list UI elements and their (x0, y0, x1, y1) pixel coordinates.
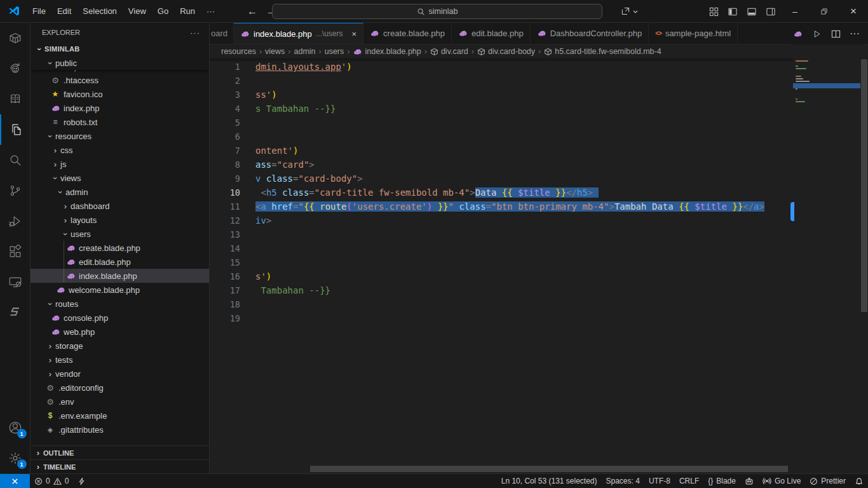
code-line-17[interactable]: 17 Tambahan --}} (210, 283, 793, 297)
tree-item-create.blade.php[interactable]: create.blade.php (31, 241, 209, 255)
code-line-14[interactable]: 14 (210, 241, 793, 255)
code-line-4[interactable]: 4s Tambahan --}} (210, 102, 793, 116)
status-indentation[interactable]: Spaces: 4 (602, 474, 644, 488)
monkey-refresh-icon[interactable] (0, 53, 31, 84)
container-icon[interactable] (0, 23, 31, 53)
code-line-5[interactable]: 5 (210, 116, 793, 130)
menu-item-file[interactable]: File (27, 4, 51, 18)
tree-item-welcome.blade.php[interactable]: welcome.blade.php (31, 283, 209, 297)
tab-sample-page.html[interactable]: <>sample-page.html (649, 23, 738, 44)
code-line-7[interactable]: 7ontent') (210, 144, 793, 158)
horizontal-scrollbar[interactable] (210, 466, 793, 472)
code-line-18[interactable]: 18 (210, 297, 793, 311)
breadcrumb-item-h5.card-title.fw-semibold.mb-4[interactable]: h5.card-title.fw-semibold.mb-4 (544, 47, 661, 56)
search-icon[interactable] (0, 145, 31, 175)
status-eol[interactable]: CRLF (675, 474, 703, 488)
tree-item-css[interactable]: ›css (31, 143, 209, 157)
run-debug-icon[interactable] (0, 206, 31, 236)
tree-item-.gitignore[interactable]: ◈.gitignore (31, 437, 209, 440)
code-line-11[interactable]: 11<a href="{{ route('users.create') }}" … (210, 200, 793, 214)
breadcrumb-item-users[interactable]: users (325, 47, 344, 56)
tree-item-js[interactable]: ›js (31, 157, 209, 171)
tree-item-.env[interactable]: ⚙.env (31, 395, 209, 409)
status-encoding[interactable]: UTF-8 (644, 474, 675, 488)
tree-item-storage[interactable]: ›storage (31, 339, 209, 353)
status-robot-extension[interactable] (740, 474, 758, 488)
remote-indicator[interactable] (0, 474, 30, 488)
menu-item-go[interactable]: Go (152, 4, 174, 18)
timeline-section[interactable]: ›TIMELINE (31, 459, 209, 473)
blade-action-icon[interactable] (790, 29, 804, 39)
menu-item-run[interactable]: Run (174, 4, 201, 18)
toggle-panel-icon[interactable] (742, 3, 761, 20)
problems-status[interactable]: 00 (30, 474, 73, 488)
tree-item-routes[interactable]: ›routes (31, 297, 209, 311)
menu-item-edit[interactable]: Edit (51, 4, 77, 18)
run-code-icon[interactable] (810, 29, 824, 39)
code-line-13[interactable]: 13 (210, 227, 793, 241)
s-logo-icon[interactable] (0, 297, 31, 328)
tree-item-console.php[interactable]: console.php (31, 311, 209, 325)
code-line-9[interactable]: 9v class="card-body"> (210, 172, 793, 186)
code-line-8[interactable]: 8ass="card"> (210, 158, 793, 172)
tree-item-edit.blade.php[interactable]: edit.blade.php (31, 255, 209, 269)
tree-item-.htaccess[interactable]: ⚙.htaccess (31, 73, 209, 87)
tree-item-users[interactable]: ›users (31, 227, 209, 241)
tree-item-.env.example[interactable]: $.env.example (31, 409, 209, 423)
breadcrumb-item-admin[interactable]: admin (294, 47, 316, 56)
tab-index.blade.php[interactable]: index.blade.php...\users× (234, 23, 363, 44)
code-line-12[interactable]: 12iv> (210, 214, 793, 227)
code-line-15[interactable]: 15 (210, 255, 793, 269)
split-editor-icon[interactable] (829, 29, 843, 39)
run-task-icon[interactable] (620, 6, 639, 17)
tree-item-views[interactable]: ›views (31, 171, 209, 185)
minimize-button[interactable]: – (780, 1, 810, 23)
tree-root-siminlab[interactable]: ›SIMINLAB (31, 42, 209, 56)
code-line-2[interactable]: 2 (210, 74, 793, 88)
customize-layout-icon[interactable] (704, 3, 723, 20)
code-line-6[interactable]: 6 (210, 130, 793, 144)
tree-item-.editorconfig[interactable]: ⚙.editorconfig (31, 381, 209, 395)
breadcrumb-item-resources[interactable]: resources (221, 47, 256, 56)
back-arrow-icon[interactable]: ← (247, 6, 257, 17)
tree-item-vendor[interactable]: ›vendor (31, 367, 209, 381)
code-line-16[interactable]: 16s') (210, 269, 793, 283)
close-tab-icon[interactable]: × (352, 29, 357, 39)
tree-item-.gitattributes[interactable]: ◈.gitattributes (31, 423, 209, 437)
tree-item-web.php[interactable]: web.php (31, 325, 209, 339)
menu-item-[interactable]: ··· (201, 4, 220, 18)
tab-dashboardcontroller.php[interactable]: DashboardController.php (531, 23, 649, 44)
close-button[interactable]: × (839, 1, 868, 23)
book-icon[interactable] (0, 84, 31, 114)
thunder-client-icon[interactable] (73, 474, 90, 488)
tree-item-index.php[interactable]: index.php (31, 101, 209, 115)
breadcrumb-item-views[interactable]: views (265, 47, 285, 56)
tree-item-index.blade.php[interactable]: index.blade.php (31, 269, 209, 283)
code-editor[interactable]: 1dmin.layouts.app')23ss')4s Tambahan --}… (210, 58, 868, 473)
source-control-icon[interactable] (0, 175, 31, 206)
command-center-search[interactable]: siminlab (272, 4, 602, 19)
tree-item-admin[interactable]: ›admin (31, 185, 209, 199)
status-cursor-position[interactable]: Ln 10, Col 53 (131 selected) (497, 474, 602, 488)
breadcrumb-item-index.blade.php[interactable]: index.blade.php (353, 47, 421, 57)
tree-item-tests[interactable]: ›tests (31, 353, 209, 367)
toggle-primary-sidebar-icon[interactable] (723, 3, 742, 20)
menu-item-view[interactable]: View (123, 4, 152, 18)
breadcrumb-item-div.card-body[interactable]: div.card-body (477, 47, 535, 56)
explorer-more-icon[interactable]: ··· (190, 28, 200, 37)
menu-item-selection[interactable]: Selection (77, 4, 122, 18)
code-line-1[interactable]: 1dmin.layouts.app') (210, 60, 793, 74)
status-prettier[interactable]: Prettier (805, 474, 850, 488)
tree-item-public[interactable]: ›public (31, 56, 209, 70)
restore-button[interactable] (810, 1, 839, 23)
code-line-10[interactable]: 10 <h5 class="card-title fw-semibold mb-… (210, 186, 793, 200)
explorer-icon[interactable] (0, 114, 31, 145)
tree-item-dashboard[interactable]: ›dashboard (31, 199, 209, 213)
tab-edit.blade.php[interactable]: edit.blade.php (452, 23, 531, 44)
vertical-scrollbar[interactable] (860, 58, 868, 473)
tree-item-favicon.ico[interactable]: ★favicon.ico (31, 87, 209, 101)
more-actions-icon[interactable]: ··· (848, 28, 862, 39)
extensions-icon[interactable] (0, 236, 31, 267)
status-language-mode[interactable]: {}Blade (703, 474, 740, 488)
settings-gear-icon[interactable]: 1 (0, 443, 31, 473)
